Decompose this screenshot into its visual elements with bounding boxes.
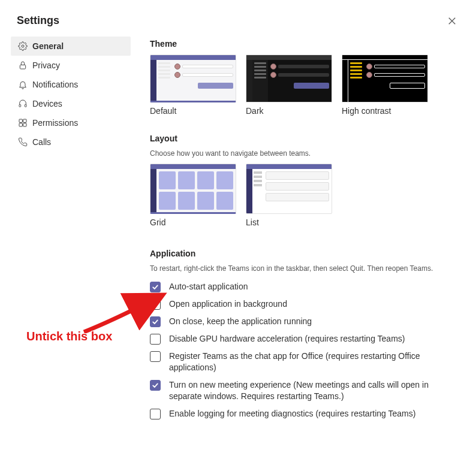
theme-section-title: Theme — [150, 39, 458, 49]
theme-option-default[interactable]: Default — [150, 55, 236, 116]
theme-option-label: High contrast — [342, 106, 428, 116]
checkbox[interactable] — [150, 334, 161, 345]
sidebar-item-notifications[interactable]: Notifications — [11, 75, 131, 94]
checkbox-label: Enable logging for meeting diagnostics (… — [169, 408, 415, 419]
settings-sidebar: General Privacy Notifications Devices Pe… — [0, 37, 131, 419]
bell-icon — [18, 80, 28, 89]
checkbox-label: On close, keep the application running — [169, 316, 312, 327]
page-title: Settings — [17, 14, 59, 27]
checkbox-row-1[interactable]: Open application in background — [150, 298, 458, 310]
sidebar-item-general[interactable]: General — [11, 37, 131, 56]
headset-icon — [18, 99, 28, 108]
checkbox-row-6[interactable]: Enable logging for meeting diagnostics (… — [150, 408, 458, 419]
sidebar-item-calls[interactable]: Calls — [11, 132, 131, 152]
sidebar-item-label: General — [32, 41, 64, 51]
checkbox-row-4[interactable]: Register Teams as the chat app for Offic… — [150, 351, 458, 373]
sidebar-item-label: Notifications — [32, 80, 78, 89]
checkbox[interactable] — [150, 299, 161, 310]
layout-option-list[interactable]: List — [246, 164, 332, 227]
svg-rect-2 — [19, 104, 21, 107]
svg-rect-7 — [23, 123, 26, 126]
layout-option-label: List — [246, 218, 332, 227]
sidebar-item-privacy[interactable]: Privacy — [11, 56, 131, 75]
layout-section-desc: Choose how you want to navigate between … — [150, 149, 458, 158]
checkmark-icon — [152, 318, 159, 325]
checkbox[interactable] — [150, 380, 161, 391]
layout-section-title: Layout — [150, 134, 458, 143]
checkbox[interactable] — [150, 351, 161, 362]
checkbox[interactable] — [150, 316, 161, 327]
checkbox-label: Turn on new meeting experience (New meet… — [169, 379, 458, 402]
checkbox-row-2[interactable]: On close, keep the application running — [150, 316, 458, 327]
layout-option-label: Grid — [150, 218, 236, 227]
theme-option-high-contrast[interactable]: High contrast — [342, 55, 428, 116]
close-button[interactable] — [447, 16, 457, 26]
application-section-title: Application — [150, 249, 458, 258]
close-icon — [448, 17, 456, 25]
checkbox-row-5[interactable]: Turn on new meeting experience (New meet… — [150, 379, 458, 402]
sidebar-item-label: Calls — [32, 137, 51, 147]
checkmark-icon — [152, 283, 159, 291]
gear-icon — [18, 41, 28, 51]
checkbox-row-0[interactable]: Auto-start application — [150, 281, 458, 292]
svg-rect-4 — [19, 119, 22, 122]
theme-option-label: Default — [150, 106, 236, 116]
checkbox[interactable] — [150, 409, 161, 419]
layout-option-grid[interactable]: Grid — [150, 164, 236, 227]
svg-rect-1 — [20, 65, 25, 69]
checkmark-icon — [152, 382, 159, 389]
sidebar-item-label: Devices — [32, 99, 62, 108]
checkbox-label: Open application in background — [169, 298, 287, 310]
apps-icon — [18, 118, 28, 128]
svg-rect-3 — [25, 104, 26, 107]
theme-option-dark[interactable]: Dark — [246, 55, 332, 116]
lock-icon — [18, 61, 28, 70]
checkbox-row-3[interactable]: Disable GPU hardware acceleration (requi… — [150, 333, 458, 345]
svg-rect-5 — [23, 119, 26, 122]
sidebar-item-label: Privacy — [32, 61, 60, 70]
checkbox-label: Register Teams as the chat app for Offic… — [169, 351, 458, 373]
checkbox[interactable] — [150, 282, 161, 292]
sidebar-item-label: Permissions — [32, 118, 78, 128]
checkbox-label: Auto-start application — [169, 281, 248, 292]
svg-rect-6 — [19, 123, 22, 126]
checkbox-label: Disable GPU hardware acceleration (requi… — [169, 333, 405, 345]
sidebar-item-devices[interactable]: Devices — [11, 94, 131, 113]
svg-point-0 — [22, 45, 24, 47]
application-section-desc: To restart, right-click the Teams icon i… — [150, 264, 458, 273]
phone-icon — [18, 137, 28, 147]
sidebar-item-permissions[interactable]: Permissions — [11, 113, 131, 132]
theme-option-label: Dark — [246, 106, 332, 116]
